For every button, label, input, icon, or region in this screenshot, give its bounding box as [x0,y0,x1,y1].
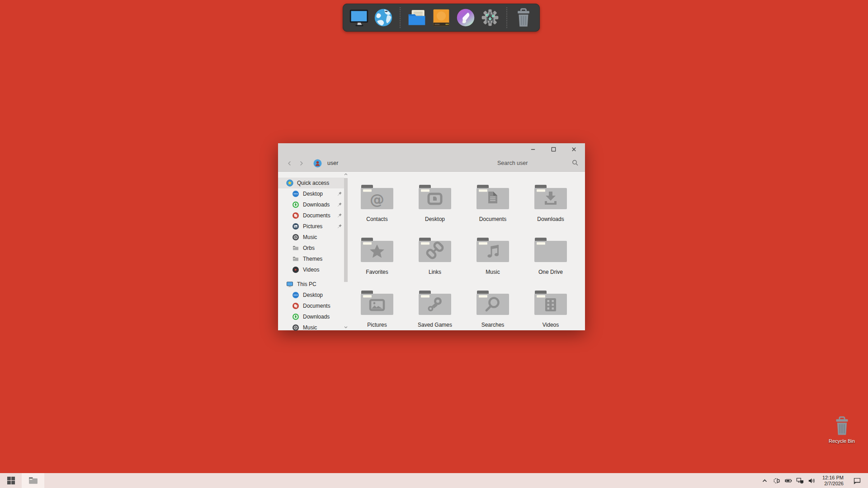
folder-tile-music[interactable]: Music [464,236,522,282]
sidebar-item-downloads[interactable]: Downloads [278,311,344,322]
dock-item-display[interactable] [348,7,370,28]
titlebar[interactable] [278,143,585,155]
sidebar-scrollbar[interactable] [344,172,348,329]
chevron-up-icon[interactable] [759,473,771,488]
folder-tile-one-drive[interactable]: One Drive [522,236,580,282]
scroll-down-button[interactable] [344,325,348,329]
sidebar-item-label: Pictures [303,223,322,230]
sidebar-section-this-pc[interactable]: This PC [278,279,344,290]
file-grid: @ContactsDesktopDocumentsDownloadsFavori… [348,183,580,334]
dock-item-orange-drive[interactable] [430,7,452,28]
sidebar-item-pictures[interactable]: Pictures [278,221,344,232]
taskbar-app-file-explorer[interactable] [22,473,44,488]
sidebar-item-orbs[interactable]: Orbs [278,243,344,253]
folder-tile-searches[interactable]: Searches [464,289,522,334]
sidebar-item-music[interactable]: Music [278,322,344,333]
desktop-circle-icon [292,190,299,197]
sidebar-item-music[interactable]: Music [278,232,344,243]
sidebar-item-label: Desktop [303,292,323,298]
close-button[interactable] [564,143,584,155]
dock-item-documents-folder[interactable] [406,7,428,28]
navigation-toolbar: user Search user [278,155,585,172]
dock-item-globe[interactable] [373,7,394,28]
scrollbar-thumb[interactable] [344,178,348,282]
sidebar-item-documents[interactable]: Documents [278,300,344,311]
sidebar-spacer [278,275,344,279]
clock-date: 2/7/2026 [822,481,844,487]
sidebar-item-label: Quick access [297,180,329,186]
maximize-button[interactable] [543,143,564,155]
folder-label: Pictures [367,322,387,328]
sidebar-item-label: Downloads [303,314,330,320]
update-status-icon[interactable] [771,473,783,488]
dock-item-settings-gear[interactable] [479,7,501,28]
recycle-bin-desktop-icon[interactable]: Recycle Bin [824,416,860,444]
pictures-circle-icon [292,223,299,230]
chevron-right-icon [298,160,305,167]
folder-icon [359,236,395,264]
folder-label: Desktop [425,216,445,222]
caption-buttons [523,143,584,155]
file-explorer-window: user Search user Quick accessDesktopDown… [278,143,585,330]
scroll-up-button[interactable] [344,172,348,177]
folder-tile-links[interactable]: Links [406,236,464,282]
dock-separator [506,7,507,28]
forward-button[interactable] [295,157,307,169]
sidebar-item-label: Music [303,324,317,331]
folder-tile-favorites[interactable]: Favorites [348,236,406,282]
taskbar: 12:16 PM 2/7/2026 [0,473,868,488]
sidebar-item-themes[interactable]: Themes [278,253,344,264]
sidebar-item-videos[interactable]: Videos [278,264,344,275]
battery-charging-icon[interactable] [783,473,794,488]
folder-icon [359,289,395,317]
search-input[interactable]: Search user [497,160,528,166]
taskbar-clock[interactable]: 12:16 PM 2/7/2026 [822,475,844,487]
back-button[interactable] [283,157,295,169]
folder-tile-pictures[interactable]: Pictures [348,289,406,334]
action-center-icon [853,477,861,484]
music-circle-icon [292,324,299,331]
sidebar-item-label: Documents [303,212,330,219]
sidebar-item-label: Desktop [303,191,323,197]
folder-tile-downloads[interactable]: Downloads [522,183,580,229]
sidebar-section-quick-access[interactable]: Quick access [278,178,344,188]
folder-tile-contacts[interactable]: @Contacts [348,183,406,229]
network-icon[interactable] [794,473,806,488]
sidebar-item-label: Themes [303,256,322,262]
pin-icon [337,191,342,197]
volume-icon[interactable] [806,473,818,488]
videos-circle-icon [292,266,299,273]
pin-icon [337,213,342,218]
start-button[interactable] [0,473,22,488]
sidebar-item-desktop[interactable]: Desktop [278,188,344,199]
action-center-button[interactable] [849,473,865,488]
minimize-button[interactable] [523,143,543,155]
system-tray: 12:16 PM 2/7/2026 [759,473,868,488]
dock-item-themes-brush[interactable] [455,7,476,28]
music-circle-icon [292,234,299,241]
recycle-bin-label: Recycle Bin [829,438,855,444]
documents-folder-icon [407,8,427,28]
dock-item-trash[interactable] [513,7,534,28]
address-path: user [327,160,338,166]
folder-label: Contacts [366,216,387,222]
search-button[interactable] [571,159,580,167]
sidebar-item-desktop[interactable]: Desktop [278,290,344,300]
this-pc-icon [286,281,293,288]
folder-tile-videos[interactable]: Videos [522,289,580,334]
folder-label: Downloads [537,216,564,222]
globe-icon [373,8,393,28]
minimize-icon [531,147,536,152]
sidebar-item-downloads[interactable]: Downloads [278,199,344,210]
folder-tile-desktop[interactable]: Desktop [406,183,464,229]
sidebar-item-documents[interactable]: Documents [278,210,344,221]
folder-icon [533,289,569,317]
address-bar[interactable]: user [313,159,338,168]
folder-tile-documents[interactable]: Documents [464,183,522,229]
folder-tile-saved-games[interactable]: Saved Games [406,289,464,334]
maximize-icon [551,147,556,152]
clock-time: 12:16 PM [822,475,844,481]
start-grid-icon [7,476,15,485]
close-icon [571,147,576,152]
display-icon [349,8,369,28]
